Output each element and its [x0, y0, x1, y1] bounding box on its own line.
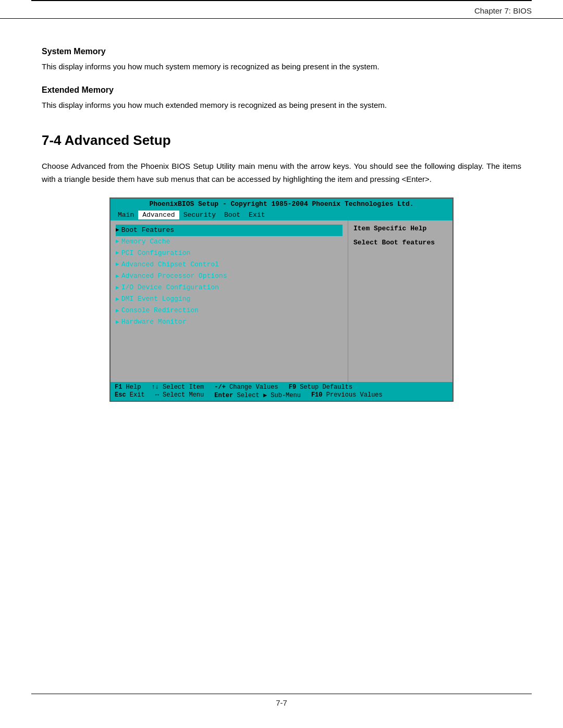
bios-screenshot: PhoenixBIOS Setup - Copyright 1985-2004 …	[109, 198, 454, 402]
bottom-rule	[31, 694, 532, 694]
bios-entry-label: I/O Device Configuration	[121, 282, 219, 293]
arrow-icon: ▶	[116, 225, 119, 235]
page-number: 7-7	[31, 698, 532, 707]
page-container: Chapter 7: BIOS System Memory This displ…	[0, 0, 563, 728]
footer-enter: Enter Select ▶ Sub-Menu	[214, 391, 301, 399]
arrow-icon: ▶	[116, 237, 119, 246]
bios-entry-memory-cache[interactable]: ▶ Memory Cache	[116, 236, 342, 248]
arrow-icon: ▶	[116, 283, 119, 293]
footer-f10: F10 Previous Values	[311, 391, 383, 399]
footer-updown: ↑↓ Select Item	[151, 384, 204, 391]
bios-entry-label: DMI Event Logging	[121, 293, 191, 305]
top-rule	[31, 0, 532, 1]
bios-entry-dmi-logging[interactable]: ▶ DMI Event Logging	[116, 293, 342, 305]
content-area: System Memory This display informs you h…	[0, 19, 563, 433]
advanced-setup-intro: Choose Advanced from the Phoenix BIOS Se…	[42, 160, 521, 186]
arrow-icon: ▶	[116, 248, 119, 258]
arrow-icon: ▶	[116, 306, 119, 316]
bios-entry-boot-features[interactable]: ▶ Boot Features	[116, 225, 342, 236]
bios-help-text: Select Boot features	[353, 239, 447, 246]
extended-memory-para: This display informs you how much extend…	[42, 99, 521, 112]
chapter-title: Chapter 7: BIOS	[474, 6, 532, 15]
bios-left-panel: ▶ Boot Features ▶ Memory Cache ▶ PCI Con…	[111, 220, 348, 382]
footer-change: -/+ Change Values	[214, 384, 278, 391]
bios-entry-pci-config[interactable]: ▶ PCI Configuration	[116, 248, 342, 259]
bios-menu-main[interactable]: Main	[114, 211, 138, 219]
extended-memory-heading: Extended Memory	[42, 85, 521, 95]
bios-entry-label: PCI Configuration	[121, 248, 191, 259]
bios-entry-label: Memory Cache	[121, 236, 170, 248]
system-memory-heading: System Memory	[42, 47, 521, 56]
arrow-icon: ▶	[116, 272, 119, 281]
arrow-icon: ▶	[116, 317, 119, 327]
bios-entry-processor-options[interactable]: ▶ Advanced Processor Options	[116, 270, 342, 282]
bios-footer-row2: Esc Exit ↔ Select Menu Enter Select ▶ Su…	[115, 391, 448, 399]
bios-title-bar: PhoenixBIOS Setup - Copyright 1985-2004 …	[111, 199, 452, 209]
bottom-area: 7-7	[0, 694, 563, 707]
bios-entry-label: Hardware Monitor	[121, 316, 187, 328]
bios-body: ▶ Boot Features ▶ Memory Cache ▶ PCI Con…	[111, 220, 452, 382]
bios-entry-label: Boot Features	[121, 225, 174, 236]
advanced-setup-title: 7-4 Advanced Setup	[42, 132, 521, 149]
footer-leftright: ↔ Select Menu	[155, 391, 204, 399]
bios-entry-chipset-control[interactable]: ▶ Advanced Chipset Control	[116, 259, 342, 270]
bios-entry-console-redirect[interactable]: ▶ Console Redirection	[116, 305, 342, 316]
arrow-icon: ▶	[116, 260, 119, 269]
bios-menu-security[interactable]: Security	[179, 211, 220, 219]
bios-footer: F1 Help ↑↓ Select Item -/+ Change Values…	[111, 382, 452, 401]
bios-footer-row1: F1 Help ↑↓ Select Item -/+ Change Values…	[115, 384, 448, 391]
bios-menu-advanced[interactable]: Advanced	[138, 211, 179, 219]
bios-menu-bar: Main Advanced Security Boot Exit	[111, 209, 452, 220]
bios-entry-label: Advanced Chipset Control	[121, 259, 219, 270]
bios-right-panel: Item Specific Help Select Boot features	[348, 220, 452, 382]
bios-help-title: Item Specific Help	[353, 225, 447, 232]
footer-f9: F9 Setup Defaults	[289, 384, 352, 391]
bios-entry-io-device[interactable]: ▶ I/O Device Configuration	[116, 282, 342, 293]
footer-esc: Esc Exit	[115, 391, 145, 399]
bios-entry-hardware-monitor[interactable]: ▶ Hardware Monitor	[116, 316, 342, 328]
bios-menu-boot[interactable]: Boot	[220, 211, 244, 219]
arrow-icon: ▶	[116, 294, 119, 304]
bios-entry-label: Console Redirection	[121, 305, 199, 316]
chapter-header: Chapter 7: BIOS	[0, 1, 563, 19]
footer-f1: F1 Help	[115, 384, 141, 391]
bios-entry-label: Advanced Processor Options	[121, 270, 227, 282]
system-memory-para: This display informs you how much system…	[42, 60, 521, 73]
bios-menu-exit[interactable]: Exit	[244, 211, 269, 219]
